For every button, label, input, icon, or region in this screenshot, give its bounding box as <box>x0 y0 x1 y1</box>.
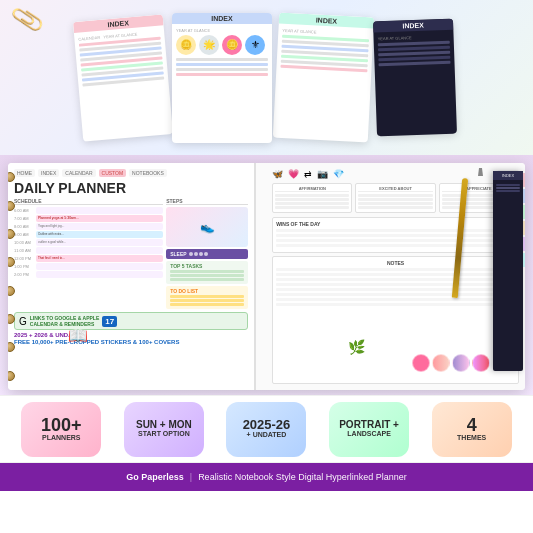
time-1000: 10:00 AM <box>14 240 36 245</box>
calendar-date: 17 <box>102 316 117 327</box>
nav-calendar[interactable]: CALENDAR <box>62 169 95 177</box>
sleep-box: SLEEP <box>166 249 248 259</box>
time-1100-content <box>36 247 163 254</box>
undated-label: 2025 + 2026 & UNDATED <box>14 332 248 338</box>
ring-3 <box>8 229 15 239</box>
planner-title: DAILY PLANNER <box>14 181 248 195</box>
preview-card-3: INDEX YEAR AT GLANCE <box>273 13 374 143</box>
badge-orientation-label: LANDSCAPE <box>347 430 391 438</box>
time-700: 7:00 AM <box>14 216 36 221</box>
nav-notebooks[interactable]: NOTEBOOKS <box>129 169 167 177</box>
time-slot-1000: 10:00 AM outline a goal while... <box>14 239 163 246</box>
bottom-brand: Go Paperless <box>126 472 184 482</box>
preview-card-1: INDEX CALENDAR YEAR AT GLANCE <box>73 14 173 141</box>
time-100: 1:00 PM <box>14 264 36 269</box>
time-800-content: Yoga and light jog... <box>36 223 163 230</box>
nav-custom[interactable]: CUSTOM <box>99 169 127 177</box>
main-planner-section: HOME INDEX CALENDAR CUSTOM NOTEBOOKS DAI… <box>0 155 533 395</box>
badge-themes-label: THEMES <box>457 434 486 442</box>
badge-planners-num: 100+ <box>41 416 82 434</box>
clip-icon: 📎 <box>9 2 45 37</box>
time-slot-900: 9:00 AM Outline with extra... <box>14 231 163 238</box>
time-200: 2:00 PM <box>14 272 36 277</box>
badge-year-num: 2025-26 <box>243 418 291 431</box>
ring-6 <box>8 314 15 324</box>
heart-icon: 💗 <box>288 169 299 179</box>
time-700-content: Planned yoga at 5:30am... <box>36 215 163 222</box>
sleep-dots <box>189 252 208 256</box>
notes-header: NOTES <box>276 260 515 266</box>
badge-orientation-num: PORTRAIT + <box>339 420 399 430</box>
ring-2 <box>8 201 15 211</box>
affirmation-header: AFFIRMATION <box>275 186 349 192</box>
swatch-gradient-2 <box>452 354 470 372</box>
time-800: 8:00 AM <box>14 224 36 229</box>
sleep-label: SLEEP <box>170 251 186 257</box>
gem-icon: 💎 <box>333 169 344 179</box>
steps-header: STEPS <box>166 198 248 205</box>
free-stickers-text: FREE 10,000+ PRE-CROPPED STICKERS & 100+… <box>14 339 248 345</box>
time-slot-1100: 11:00 AM <box>14 247 163 254</box>
calendar-link-text: LINKS TO GOOGLE & APPLECALENDAR & REMIND… <box>30 315 99 327</box>
card-2-header: INDEX <box>172 13 272 24</box>
plant-sticker: 🌿 <box>348 339 365 355</box>
pen-container <box>478 168 483 176</box>
bottom-description: Realistic Notebook Style Digital Hyperli… <box>198 472 407 482</box>
time-slot-1200: 12:00 PM That first I need to... <box>14 255 163 262</box>
notes-lines <box>276 268 515 308</box>
time-slot-100: 1:00 PM <box>14 263 163 270</box>
nav-index[interactable]: INDEX <box>38 169 59 177</box>
ring-7 <box>8 342 15 352</box>
top5-header: TOP 5 TASKS <box>170 263 244 269</box>
theme-swatches <box>412 354 490 372</box>
steps-column: STEPS 👟 SLEEP TOP 5 TASKS <box>166 198 248 309</box>
badges-section: 100+ PLANNERS SUN + MON START OPTION 202… <box>0 395 533 463</box>
badge-themes: 4 THEMES <box>432 402 512 457</box>
time-slot-800: 8:00 AM Yoga and light jog... <box>14 223 163 230</box>
planner-nav: HOME INDEX CALENDAR CUSTOM NOTEBOOKS <box>14 169 248 177</box>
excited-header: EXCITED ABOUT <box>358 186 432 192</box>
arrows-icon: ⇄ <box>304 169 312 179</box>
time-1100: 11:00 AM <box>14 248 36 253</box>
time-1000-content: outline a goal while... <box>36 239 163 246</box>
book-sticker: 📖 <box>68 326 88 345</box>
ring-5 <box>8 286 15 296</box>
ring-8 <box>8 371 15 381</box>
time-200-content <box>36 271 163 278</box>
planner-book: HOME INDEX CALENDAR CUSTOM NOTEBOOKS DAI… <box>8 163 525 390</box>
preview-card-4-dark: INDEX YEAR AT GLANCE <box>373 19 457 137</box>
badge-year: 2025-26 + UNDATED <box>226 402 306 457</box>
preview-section: 📎 INDEX CALENDAR YEAR AT GLANCE INDEX YE… <box>0 0 533 155</box>
camera-icon: 📷 <box>317 169 328 179</box>
todo-header: TO DO LIST <box>170 288 244 294</box>
steps-icon: 👟 <box>166 207 248 247</box>
time-600: 6:00 AM <box>14 208 36 213</box>
bottom-divider: | <box>190 472 192 482</box>
calendar-link[interactable]: G LINKS TO GOOGLE & APPLECALENDAR & REMI… <box>14 312 248 330</box>
badge-start-option: SUN + MON START OPTION <box>124 402 204 457</box>
schedule-header: SCHEDULE <box>14 198 163 205</box>
butterfly-icon: 🦋 <box>272 169 283 179</box>
badge-start-label: START OPTION <box>138 430 190 438</box>
bottom-bar: Go Paperless | Realistic Notebook Style … <box>0 463 533 491</box>
badge-year-label: + UNDATED <box>247 431 287 439</box>
badge-themes-num: 4 <box>467 416 477 434</box>
three-columns: AFFIRMATION EXCITED ABOUT AP <box>272 183 519 213</box>
rings-strip <box>8 163 16 390</box>
google-icon: G <box>19 316 27 327</box>
time-100-content <box>36 263 163 270</box>
ring-4 <box>8 257 15 267</box>
decoration-icons: 🦋 💗 ⇄ 📷 💎 <box>272 169 344 179</box>
time-1200-content: That first I need to... <box>36 255 163 262</box>
badge-orientation: PORTRAIT + LANDSCAPE <box>329 402 409 457</box>
badge-start-num: SUN + MON <box>136 420 192 430</box>
time-900: 9:00 AM <box>14 232 36 237</box>
schedule-column: SCHEDULE 6:00 AM 7:00 AM Planned yoga at… <box>14 198 163 309</box>
excited-col: EXCITED ABOUT <box>355 183 435 213</box>
right-page-content: 🦋 💗 ⇄ 📷 💎 BACK AFFIRMATION <box>272 169 519 384</box>
affirmation-col: AFFIRMATION <box>272 183 352 213</box>
time-1200: 12:00 PM <box>14 256 36 261</box>
time-slot-700: 7:00 AM Planned yoga at 5:30am... <box>14 215 163 222</box>
wins-section: WINS OF THE DAY <box>272 217 519 253</box>
nav-home[interactable]: HOME <box>14 169 35 177</box>
